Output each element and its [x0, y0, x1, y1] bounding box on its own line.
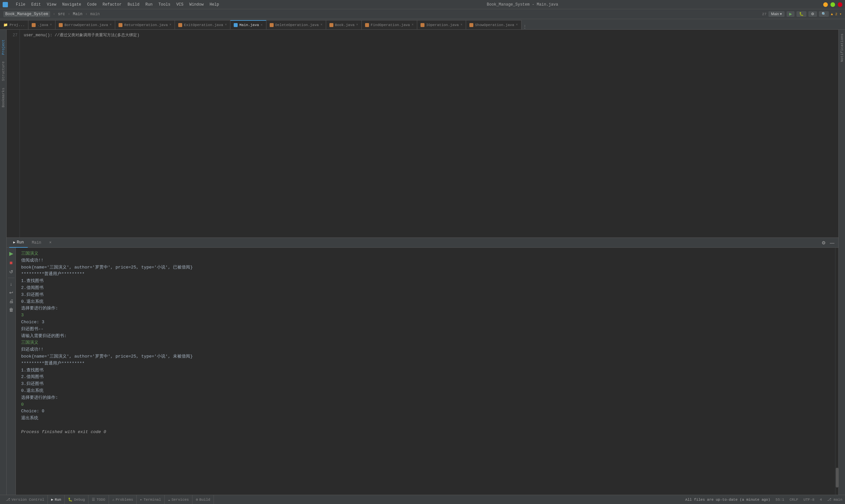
bottom-tab-services[interactable]: ☁ Services: [165, 495, 192, 504]
scroll-end-button[interactable]: ↓: [8, 281, 14, 287]
tab-main-close[interactable]: ×: [261, 23, 263, 27]
bottom-tab-version-control[interactable]: ⎇ Version Control: [3, 495, 48, 504]
bottom-tab-problems[interactable]: ⚠ Problems: [109, 495, 137, 504]
output-line-14: 三国演义: [21, 339, 830, 346]
search-button[interactable]: 🔍: [819, 11, 829, 17]
tab-show-operation[interactable]: ShowOperation.java ×: [466, 20, 522, 29]
menu-run[interactable]: Run: [143, 2, 155, 7]
nav-sep: ›: [53, 12, 55, 17]
tab-exit-close[interactable]: ×: [225, 23, 227, 27]
tab-main-label: Main.java: [239, 23, 259, 27]
tab-book[interactable]: Book.java ×: [326, 20, 362, 29]
tab-find-close[interactable]: ×: [411, 23, 413, 27]
menu-refactor[interactable]: Refactor: [100, 2, 124, 7]
output-line-8: 0.退出系统: [21, 299, 830, 305]
menu-file[interactable]: File: [13, 2, 28, 7]
output-line-24: Choice: 0: [21, 408, 830, 415]
bottom-bar: ⎇ Version Control ▶ Run 🐛 Debug ☰ TODO ⚠…: [0, 495, 845, 504]
run-tab-close[interactable]: ×: [45, 238, 55, 248]
bottom-tab-build[interactable]: ⚙ Build: [192, 495, 214, 504]
nav-line-info: 27: [762, 12, 767, 16]
menu-help[interactable]: Help: [207, 2, 222, 7]
tab-delete-operation[interactable]: DeleteOperation.java ×: [266, 20, 326, 29]
nav-sep3: ›: [85, 12, 88, 17]
sidebar-structure-tab[interactable]: Structure: [1, 61, 5, 81]
menu-view[interactable]: View: [44, 2, 59, 7]
close-button[interactable]: [838, 2, 842, 7]
tab-close-icon[interactable]: ×: [50, 23, 52, 27]
bottom-tab-run[interactable]: ▶ Run: [48, 495, 65, 504]
menu-tools[interactable]: Tools: [156, 2, 173, 7]
run-output[interactable]: 三国演义 借阅成功!! book{name='三国演义', author='罗贯…: [16, 248, 835, 495]
tab-return-close[interactable]: ×: [169, 23, 171, 27]
bottom-tab-terminal[interactable]: ▸ Terminal: [137, 495, 164, 504]
clear-output-button[interactable]: 🗑: [7, 306, 15, 313]
tab-borrow-operation[interactable]: BorrowOperation.java ×: [55, 20, 115, 29]
java-file-icon: [32, 23, 36, 27]
menu-code[interactable]: Code: [85, 2, 99, 7]
services-icon: ☁: [168, 498, 170, 502]
minimize-button[interactable]: [823, 2, 828, 7]
run-stop-button[interactable]: ■: [8, 259, 14, 267]
run-config-selector[interactable]: Main ▾: [769, 11, 785, 17]
run-settings-button[interactable]: ⚙: [820, 239, 827, 246]
run-panel-minimize[interactable]: —: [828, 239, 836, 246]
tab-show-close[interactable]: ×: [516, 23, 518, 27]
tab-project[interactable]: 📁 Proj...: [0, 20, 29, 29]
tab-ioperation[interactable]: IOperation.java ×: [417, 20, 466, 29]
tab-ioperation-close[interactable]: ×: [460, 23, 462, 27]
todo-icon: ☰: [92, 498, 95, 502]
nav-branch[interactable]: main: [90, 12, 100, 17]
tab-unnamed-label: .java: [37, 23, 48, 27]
run-tab-main[interactable]: Main: [28, 238, 45, 248]
tab-delete-close[interactable]: ×: [320, 23, 322, 27]
notifications-label[interactable]: Notifications: [840, 32, 844, 63]
scrollbar-thumb[interactable]: [836, 468, 839, 487]
maximize-button[interactable]: [830, 2, 835, 7]
todo-label: TODO: [96, 498, 105, 502]
nav-bar: Book_Manage_System › src › Main › main 2…: [0, 9, 845, 19]
print-button[interactable]: 🖨: [7, 298, 15, 304]
tab-return-operation[interactable]: ReturnOperation.java ×: [115, 20, 175, 29]
delete-file-icon: [270, 23, 274, 27]
tab-java-unnamed[interactable]: .java ×: [29, 20, 55, 29]
menu-build[interactable]: Build: [125, 2, 142, 7]
tab-overflow[interactable]: ⋮: [523, 24, 527, 29]
menu-window[interactable]: Window: [187, 2, 206, 7]
soft-wrap-button[interactable]: ↩: [8, 289, 15, 296]
nav-main[interactable]: Main: [73, 12, 83, 17]
debug-button[interactable]: 🐛: [796, 11, 806, 17]
run-play-button[interactable]: ▶: [8, 250, 15, 257]
menu-edit[interactable]: Edit: [29, 2, 43, 7]
tab-return-label: ReturnOperation.java: [124, 23, 168, 27]
tab-find-operation[interactable]: FindOperation.java ×: [362, 20, 417, 29]
editor-tab-bar: 📁 Proj... .java × BorrowOperation.java ×…: [0, 19, 845, 30]
output-line-9: 选择要进行的操作:: [21, 305, 830, 312]
project-label[interactable]: Book_Manage_System: [3, 11, 50, 17]
bottom-tab-debug[interactable]: 🐛 Debug: [65, 495, 88, 504]
tab-main[interactable]: Main.java ×: [230, 20, 266, 29]
problems-icon: ⚠: [112, 498, 115, 502]
bottom-tab-todo[interactable]: ☰ TODO: [88, 495, 109, 504]
tab-exit-operation[interactable]: ExitOperation.java ×: [175, 20, 230, 29]
sidebar-project-tab[interactable]: Project: [1, 40, 5, 55]
output-line-19: 2.借阅图书: [21, 374, 830, 381]
output-scrollbar[interactable]: [835, 248, 839, 495]
settings-button[interactable]: ⚙: [808, 11, 817, 17]
warning-badge: ▲ 2 ▾: [831, 12, 842, 16]
main-area: Project Structure Bookmarks 27 user_menu…: [0, 30, 845, 495]
tab-book-close[interactable]: ×: [356, 23, 358, 27]
tab-borrow-close[interactable]: ×: [110, 23, 111, 27]
menu-vcs[interactable]: VCS: [174, 2, 186, 7]
problems-label: Problems: [116, 498, 133, 502]
sidebar-bookmarks-tab[interactable]: Bookmarks: [1, 88, 5, 107]
menu-navigate[interactable]: Navigate: [59, 2, 84, 7]
window-controls: [823, 2, 842, 7]
code-content[interactable]: user_menu(): //通过父类对象调用子类重写方法(多态大绑定): [20, 30, 839, 237]
run-button[interactable]: ▶: [787, 11, 794, 17]
nav-src[interactable]: src: [58, 12, 65, 17]
run-panel-tools: ⚙ —: [820, 239, 836, 246]
run-vertical-toolbar: ▶ ■ ↺ ↓ ↩ 🖨 🗑: [6, 248, 16, 495]
run-rerun-button[interactable]: ↺: [8, 269, 15, 275]
run-tab-run[interactable]: ▶ Run: [9, 238, 28, 248]
